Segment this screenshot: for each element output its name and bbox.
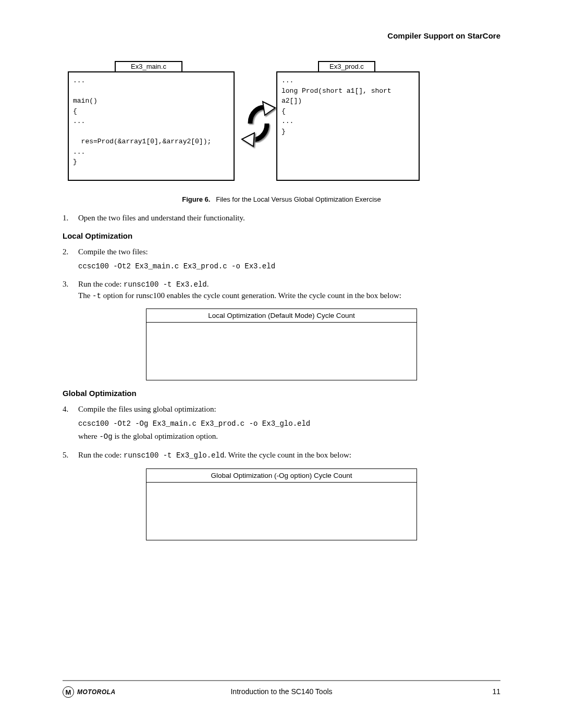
file-tab-main: Ex3_main.c bbox=[115, 61, 182, 71]
section-header: Compiler Support on StarCore bbox=[63, 31, 500, 40]
svg-marker-1 bbox=[242, 133, 254, 146]
step-3-line2b: option for runsc100 enables the cycle co… bbox=[101, 291, 401, 300]
step-2: 2. Compile the two files: ccsc100 -Ot2 E… bbox=[63, 246, 500, 272]
content: 1. Open the two files and understand the… bbox=[63, 213, 500, 540]
heading-global-optimization: Global Optimization bbox=[63, 389, 500, 398]
file-code-prod: ... long Prod(short a1[], short a2[]) { … bbox=[276, 71, 420, 181]
step-5-prefix: Run the code: bbox=[78, 451, 124, 459]
file-code-main: ... main() { ... res=Prod(&array1[0],&ar… bbox=[68, 71, 235, 181]
step-4-num: 4. bbox=[63, 404, 68, 415]
file-tab-prod: Ex3_prod.c bbox=[318, 61, 375, 71]
step-4-where-b: is the global optimization option. bbox=[113, 432, 218, 440]
swap-arrows-icon bbox=[240, 92, 276, 155]
step-4-text: Compile the files using global optimizat… bbox=[78, 405, 216, 413]
global-cycle-area[interactable] bbox=[146, 483, 417, 540]
step-1-text: Open the two files and understand their … bbox=[78, 214, 245, 222]
step-3: 3. Run the code: runsc100 -t Ex3.eld. Th… bbox=[63, 279, 500, 302]
step-2-num: 2. bbox=[63, 246, 68, 258]
step-3-num: 3. bbox=[63, 279, 68, 290]
page-number: 11 bbox=[492, 687, 500, 696]
step-4-where-a: where bbox=[78, 432, 99, 440]
step-4-command: ccsc100 -Ot2 -Og Ex3_main.c Ex3_prod.c -… bbox=[78, 418, 500, 429]
footer: M MOTOROLA Introduction to the SC140 Too… bbox=[63, 686, 500, 702]
step-1: 1. Open the two files and understand the… bbox=[63, 213, 500, 224]
global-cycle-title: Global Optimization (-Og option) Cycle C… bbox=[146, 469, 417, 483]
step-5-suffix: . Write the cycle count in the box below… bbox=[224, 451, 351, 459]
figure-caption-text: Files for the Local Versus Global Optimi… bbox=[216, 195, 381, 203]
step-3-opt: -t bbox=[92, 292, 101, 300]
footer-rule bbox=[63, 680, 500, 681]
heading-local-optimization: Local Optimization bbox=[63, 231, 500, 240]
footer-title: Introduction to the SC140 Tools bbox=[63, 687, 500, 696]
step-3-suffix: . bbox=[207, 280, 209, 288]
step-1-num: 1. bbox=[63, 213, 68, 224]
step-3-line2a: The bbox=[78, 291, 92, 300]
step-5-cmd: runsc100 -t Ex3_glo.eld bbox=[124, 451, 224, 460]
step-3-cmd: runsc100 -t Ex3.eld bbox=[124, 280, 207, 289]
local-cycle-area[interactable] bbox=[146, 323, 417, 380]
global-cycle-count-box: Global Optimization (-Og option) Cycle C… bbox=[146, 468, 417, 540]
figure-caption: Figure 6. Files for the Local Versus Glo… bbox=[63, 195, 500, 203]
step-2-command: ccsc100 -Ot2 Ex3_main.c Ex3_prod.c -o Ex… bbox=[78, 261, 500, 272]
step-5: 5. Run the code: runsc100 -t Ex3_glo.eld… bbox=[63, 450, 500, 461]
svg-marker-0 bbox=[263, 102, 275, 115]
figure-6: Ex3_main.c ... main() { ... res=Prod(&ar… bbox=[68, 61, 500, 191]
step-3-prefix: Run the code: bbox=[78, 280, 124, 288]
step-4-opt: -Og bbox=[99, 433, 112, 441]
step-5-num: 5. bbox=[63, 450, 68, 461]
local-cycle-count-box: Local Optimization (Default Mode) Cycle … bbox=[146, 309, 417, 380]
step-4: 4. Compile the files using global optimi… bbox=[63, 404, 500, 442]
figure-label: Figure 6. bbox=[182, 195, 210, 203]
step-2-text: Compile the two files: bbox=[78, 248, 148, 256]
local-cycle-title: Local Optimization (Default Mode) Cycle … bbox=[146, 309, 417, 323]
